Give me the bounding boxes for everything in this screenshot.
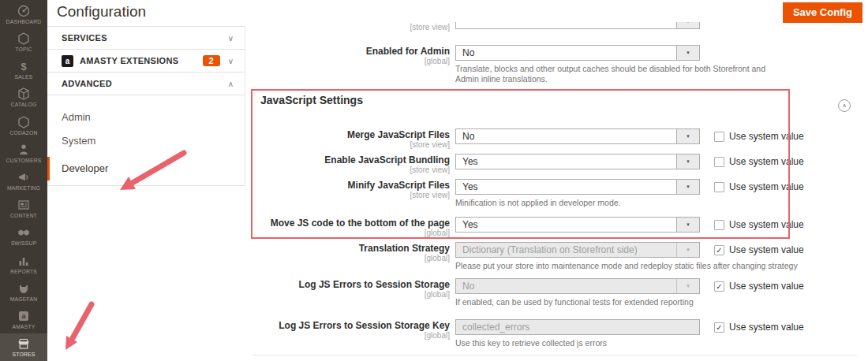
checkbox-label: Use system value bbox=[729, 131, 804, 142]
field-note: If enabled, can be used by functional te… bbox=[455, 297, 694, 307]
sidebar-item-label: CUSTOMERS bbox=[6, 158, 41, 163]
field-value: No bbox=[462, 131, 474, 142]
field-scope: [global] bbox=[253, 290, 450, 299]
use-system-value-checkbox[interactable]: ✓Use system value bbox=[714, 322, 804, 333]
dropdown-caret-icon: ▼ bbox=[676, 218, 699, 232]
sidebar-item-label: STORES bbox=[12, 352, 35, 357]
checkbox-unchecked-icon[interactable] bbox=[714, 220, 724, 230]
config-nav-panel: SERVICES∨aAMASTY EXTENSIONS2∨ADVANCED∧Ad… bbox=[47, 26, 245, 186]
sidebar-item-sales[interactable]: $SALES bbox=[0, 55, 47, 83]
field-scope: [store view] bbox=[253, 140, 450, 149]
amasty-logo-icon: a bbox=[62, 55, 73, 67]
content-icon bbox=[17, 198, 31, 212]
field-note: Please put your store into maintenance m… bbox=[455, 261, 826, 271]
dropdown-caret-icon: ▼ bbox=[676, 279, 699, 293]
field-label: Log JS Errors to Session Storage bbox=[253, 279, 450, 290]
field-value: Yes bbox=[462, 181, 478, 192]
sidebar-item-label: AMASTY bbox=[12, 324, 35, 329]
checkbox-unchecked-icon[interactable] bbox=[714, 157, 724, 167]
translation-strategy-select: Dictionary (Translation on Storefront si… bbox=[455, 242, 700, 258]
enabled-for-admin-select[interactable]: No▼ bbox=[455, 45, 700, 61]
sidebar-item-label: SWISSUP bbox=[11, 240, 37, 246]
amasty-icon: a bbox=[17, 309, 31, 323]
nav-item-admin[interactable]: Admin bbox=[47, 109, 245, 126]
nav-section-amasty-extensions[interactable]: aAMASTY EXTENSIONS2∨ bbox=[47, 50, 245, 73]
field-scope: [global] bbox=[253, 254, 450, 262]
hexagon-icon bbox=[17, 32, 31, 46]
checkbox-label: Use system value bbox=[729, 181, 804, 192]
configuration-page: DASHBOARDTOPIC$SALESCATALOGCODAZONCUSTOM… bbox=[0, 0, 868, 361]
person-icon bbox=[17, 143, 31, 157]
dollar-icon: $ bbox=[17, 59, 31, 73]
log-js-errors-to-session-storage-select: No▼ bbox=[455, 278, 700, 294]
checkbox-unchecked-icon[interactable] bbox=[714, 182, 724, 192]
sidebar-item-label: CATALOG bbox=[11, 102, 37, 107]
field-note: Translate, blocks and other output cache… bbox=[455, 64, 771, 84]
advanced-subsection: AdminSystemDeveloper bbox=[47, 95, 245, 186]
field-value: Yes bbox=[462, 219, 478, 230]
field-enable-javascript-bundling: Enable JavaScript Bundling[store view]Ye… bbox=[253, 154, 868, 174]
collapse-section-icon[interactable]: ∧ bbox=[838, 99, 851, 112]
store-icon bbox=[17, 337, 31, 351]
dropdown-caret-icon: ▼ bbox=[676, 180, 699, 194]
sidebar-item-magefan[interactable]: MAGEFAN bbox=[0, 277, 47, 305]
checkbox-label: Use system value bbox=[729, 281, 804, 292]
nav-item-system[interactable]: System bbox=[47, 132, 245, 150]
merge-javascript-files-select[interactable]: No▼ bbox=[455, 128, 700, 144]
checkbox-label: Use system value bbox=[729, 322, 804, 333]
save-config-button[interactable]: Save Config bbox=[783, 2, 862, 23]
use-system-value-checkbox[interactable]: Use system value bbox=[714, 131, 804, 142]
use-system-value-checkbox[interactable]: Use system value bbox=[714, 219, 804, 230]
checkbox-checked-icon[interactable]: ✓ bbox=[714, 245, 724, 255]
use-system-value-checkbox[interactable]: Use system value bbox=[714, 156, 804, 167]
use-system-value-checkbox[interactable]: ✓Use system value bbox=[714, 281, 804, 292]
field-scope: [global] bbox=[253, 229, 450, 237]
field-value: collected_errors bbox=[462, 322, 529, 333]
dropdown-caret-icon: ▼ bbox=[676, 154, 699, 169]
sidebar-item-customers[interactable]: CUSTOMERS bbox=[0, 139, 47, 166]
sidebar-item-topic[interactable]: TOPIC bbox=[0, 28, 47, 55]
use-system-value-checkbox[interactable]: ✓Use system value bbox=[714, 244, 804, 255]
sidebar-item-dashboard[interactable]: DASHBOARD bbox=[0, 0, 47, 28]
sidebar-item-reports[interactable]: REPORTS bbox=[0, 250, 47, 277]
sidebar-item-content[interactable]: CONTENT bbox=[0, 195, 47, 222]
chevron-up-icon: ∧ bbox=[228, 80, 234, 88]
field-label: Minify JavaScript Files bbox=[253, 180, 450, 191]
field-note: Use this key to retrieve collected js er… bbox=[455, 338, 607, 348]
field-translation-strategy: Translation Strategy[global]Dictionary (… bbox=[253, 242, 868, 262]
field-value: No bbox=[462, 281, 474, 292]
field-label: Enabled for Admin bbox=[253, 46, 450, 57]
checkbox-checked-icon[interactable]: ✓ bbox=[714, 281, 724, 292]
checkbox-unchecked-icon[interactable] bbox=[714, 132, 724, 142]
field-note: Minification is not applied in developer… bbox=[455, 198, 621, 208]
sidebar-item-marketing[interactable]: MARKETING bbox=[0, 166, 47, 194]
sidebar-item-swissup[interactable]: SWISSUP bbox=[0, 222, 47, 250]
field-label: Enable JavaScript Bundling bbox=[253, 154, 450, 166]
field-merge-javascript-files: Merge JavaScript Files[store view]No▼Use… bbox=[253, 128, 868, 149]
nav-section-advanced[interactable]: ADVANCED∧ bbox=[47, 73, 245, 95]
field-scope: [global] bbox=[253, 57, 450, 65]
nav-item-developer[interactable]: Developer bbox=[47, 157, 245, 180]
sidebar-item-catalog[interactable]: CATALOG bbox=[0, 84, 47, 111]
section-divider bbox=[253, 355, 857, 355]
checkbox-label: Use system value bbox=[729, 156, 804, 167]
sidebar-item-label: SALES bbox=[15, 74, 33, 80]
checkbox-label: Use system value bbox=[729, 219, 804, 230]
sidebar-item-codazon[interactable]: CODAZON bbox=[0, 111, 47, 139]
checkbox-checked-icon[interactable]: ✓ bbox=[714, 322, 724, 333]
nav-section-services[interactable]: SERVICES∨ bbox=[47, 27, 245, 50]
minify-javascript-files-select[interactable]: Yes▼ bbox=[455, 179, 700, 195]
enable-javascript-bundling-select[interactable]: Yes▼ bbox=[455, 154, 700, 169]
field-scope: [store view] bbox=[253, 166, 450, 174]
sidebar-item-amasty[interactable]: aAMASTY bbox=[0, 306, 47, 333]
sidebar-item-stores[interactable]: STORES bbox=[0, 333, 47, 361]
bar-chart-icon bbox=[17, 254, 31, 268]
use-system-value-checkbox[interactable]: Use system value bbox=[714, 181, 804, 192]
move-js-code-to-the-bottom-of-the-page-select[interactable]: Yes▼ bbox=[455, 217, 700, 233]
megaphone-icon bbox=[17, 170, 31, 184]
dropdown-caret-icon: ▼ bbox=[676, 46, 699, 60]
field-scope: [store view] bbox=[253, 23, 450, 32]
field-value: No bbox=[462, 47, 474, 58]
sidebar-item-label: CONTENT bbox=[10, 213, 37, 218]
chevron-down-icon: ∨ bbox=[228, 57, 234, 65]
